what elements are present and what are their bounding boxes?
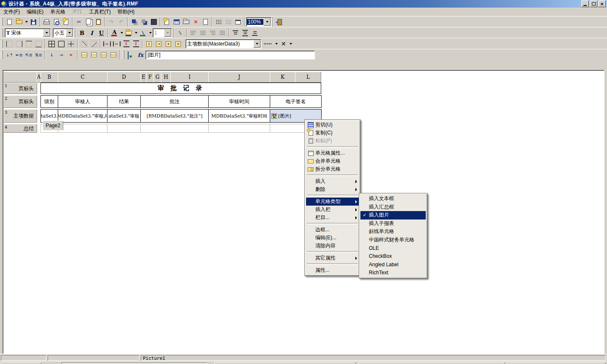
submenu-item-insert-picture[interactable]: ✓插入图片 — [360, 211, 426, 219]
column-header-h[interactable]: H — [161, 72, 171, 83]
zoom-combo[interactable]: 100% — [246, 17, 271, 27]
header-cell-result[interactable]: 结果 — [107, 95, 141, 108]
send-to-back-button[interactable] — [139, 17, 149, 27]
diagonal-up-button[interactable] — [89, 39, 99, 48]
insert-field-button[interactable] — [126, 50, 136, 59]
toolbar-gripper[interactable] — [1, 18, 3, 26]
delete-page-button[interactable]: ✕ — [191, 17, 201, 27]
line-width-dropdown-button[interactable] — [164, 29, 171, 37]
header-cell-audit-time[interactable]: 审核时间 — [208, 95, 270, 108]
band-down-button[interactable] — [108, 50, 118, 59]
column-header-k[interactable]: K — [270, 72, 295, 83]
background-color-button[interactable] — [124, 28, 134, 37]
submenu-item-chinese-finance-cell[interactable]: 中国样式财务单元格 — [360, 236, 426, 244]
border-right-button[interactable] — [14, 39, 24, 48]
menu-item-other-properties[interactable]: 其它属性 — [306, 254, 359, 262]
no-border-dropdown-button[interactable] — [288, 39, 293, 48]
menu-item-borders[interactable]: 边框... — [306, 226, 359, 234]
bold-button[interactable]: B — [77, 28, 87, 37]
column-header-d[interactable]: D — [107, 72, 141, 83]
menu-item-copy[interactable]: 复制(C) — [306, 129, 359, 137]
insert-band-button[interactable] — [79, 50, 89, 59]
bring-to-front-button[interactable] — [129, 17, 139, 27]
menu-item-paste[interactable]: 粘贴(P) — [306, 137, 359, 145]
align-justify-button[interactable] — [218, 28, 227, 37]
menu-find[interactable]: 查找 — [69, 8, 86, 16]
align-center-button[interactable] — [198, 28, 208, 37]
same-width-all-button[interactable]: ↔ — [112, 39, 121, 48]
summary-cell[interactable] — [140, 124, 209, 133]
same-height-all-button[interactable]: ↕ — [131, 39, 141, 48]
no-border-button[interactable]: ✕ — [279, 39, 288, 48]
menu-item-split-cells[interactable]: 拆分单元格 — [306, 165, 359, 173]
taskbar-start-area[interactable] — [1, 362, 41, 364]
summary-cell[interactable] — [107, 124, 141, 133]
menu-item-properties[interactable]: 属性... — [306, 266, 359, 274]
menu-item-columns[interactable]: 栏目... — [306, 214, 359, 222]
menu-toolbars[interactable]: 工具栏(T) — [86, 8, 114, 16]
print-preview-button[interactable] — [51, 17, 61, 27]
menu-cell[interactable]: 单元格 — [47, 8, 69, 16]
all-borders-button[interactable] — [47, 39, 56, 48]
column-header-g[interactable]: G — [153, 72, 161, 83]
font-color-button[interactable]: A — [110, 28, 119, 37]
align-left-button[interactable] — [188, 28, 198, 37]
column-header-l[interactable]: L — [295, 72, 321, 83]
border-left-button[interactable] — [5, 39, 14, 48]
menu-edit[interactable]: 编辑(E) — [23, 8, 47, 16]
dataset-combo[interactable]: 主项数据(MasterData3) — [185, 39, 261, 48]
redo-button[interactable]: ↷ — [107, 17, 116, 27]
menu-item-merge-cells[interactable]: 合并单元格 — [306, 157, 359, 165]
open-button[interactable] — [14, 17, 24, 27]
line-style-button[interactable] — [261, 39, 274, 48]
insert-cell-left-button[interactable]: ⇤≡ — [14, 50, 24, 59]
font-name-combo[interactable]: T 宋体 — [5, 28, 51, 37]
column-header-f[interactable]: F — [146, 72, 154, 83]
diagonal-down-button[interactable] — [79, 39, 89, 48]
band-row-3[interactable]: 3 主项数据 — [3, 109, 37, 123]
header-cell-signature[interactable]: 电子签名 — [270, 95, 322, 108]
delete-cell-button[interactable]: ✕ — [66, 50, 76, 59]
menu-item-delete[interactable]: 删除 — [306, 185, 359, 193]
menu-item-insert[interactable]: 插入 — [306, 177, 359, 185]
toolbar-gripper[interactable] — [122, 51, 124, 59]
band-row-4[interactable]: 4 总结 — [3, 124, 37, 133]
swap-cell-button[interactable]: ⇅≡ — [34, 50, 43, 59]
undo-button[interactable]: ↶ — [116, 17, 126, 27]
submenu-item-insert-textbox[interactable]: 插入文本框 — [360, 195, 426, 203]
blank-page-button[interactable] — [201, 17, 210, 27]
minimize-button[interactable] — [581, 0, 589, 7]
menu-item-clear-content[interactable]: 清除内容 — [306, 242, 359, 250]
border-bottom-button[interactable] — [34, 39, 43, 48]
save-button[interactable] — [29, 17, 38, 27]
border-top-button[interactable] — [24, 39, 34, 48]
close-button[interactable]: × — [598, 0, 606, 7]
data-cell-auditor[interactable]: MDBDataSet3."审核人 — [58, 109, 107, 123]
header-cell-comment[interactable]: 批注 — [140, 95, 209, 108]
align-right-button[interactable] — [208, 28, 218, 37]
header-cell-auditor[interactable]: 审核人 — [58, 95, 107, 108]
taskbar-task-button[interactable] — [214, 362, 356, 364]
border-color-button[interactable]: / — [138, 28, 148, 37]
menu-file[interactable]: 文件(F) — [0, 8, 23, 16]
snap-to-grid-button[interactable] — [223, 17, 233, 27]
band-up-button[interactable] — [99, 50, 108, 59]
data-cell-result[interactable]: ataSet3."审核 — [107, 109, 141, 123]
toolbar-gripper[interactable] — [1, 40, 3, 48]
print-setup-button[interactable] — [61, 17, 71, 27]
toolbar-gripper[interactable] — [1, 29, 3, 37]
outer-border-button[interactable] — [56, 39, 66, 48]
column-header-i[interactable]: I — [170, 72, 209, 83]
menu-item-cell-properties[interactable]: 单元格属性... — [306, 149, 359, 157]
band-row-2[interactable]: 2 页标头 — [3, 95, 37, 108]
split-cell-vertical-button[interactable]: ⇣⇡ — [5, 50, 14, 59]
formula-input[interactable] — [145, 51, 315, 59]
expand-width-button[interactable]: + — [164, 39, 173, 48]
taskbar-task-button[interactable] — [62, 362, 207, 364]
line-style-dropdown-button[interactable] — [274, 39, 279, 48]
font-color-dropdown-button[interactable] — [119, 28, 124, 37]
append-band-button[interactable] — [89, 50, 99, 59]
font-name-dropdown-button[interactable] — [43, 29, 50, 37]
insert-report-header-button[interactable] — [162, 17, 172, 27]
cut-button[interactable]: ✂ — [74, 17, 84, 27]
